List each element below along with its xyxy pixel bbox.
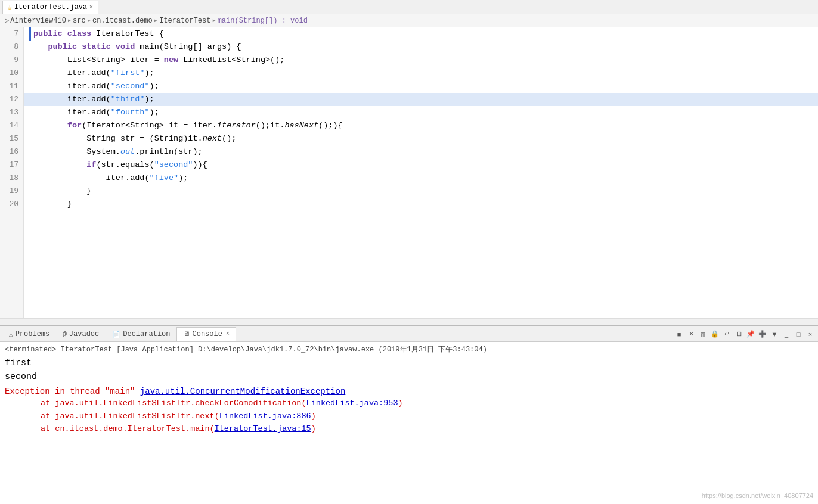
stack-link-3[interactable]: IteratorTest.java:15 xyxy=(215,424,311,433)
exception-classname-link[interactable]: java.util.ConcurrentModificationExceptio… xyxy=(140,387,345,396)
exception-prefix: Exception in thread "main" xyxy=(5,387,140,396)
breadcrumb-project[interactable]: Ainterview410 xyxy=(10,17,66,25)
stack-line-1: at java.util.LinkedList$ListItr.checkFor… xyxy=(5,397,813,410)
javadoc-icon: @ xyxy=(63,331,67,338)
console-output-area: <terminated> IteratorTest [Java Applicat… xyxy=(0,342,818,504)
code-line-8: public static void main(String[] args) { xyxy=(24,41,818,54)
code-line-16: System.out.println(str); xyxy=(24,145,818,158)
line-num-13: 13 xyxy=(2,106,18,119)
code-line-9: List<String> iter = new LinkedList<Strin… xyxy=(24,54,818,67)
minimize-button[interactable]: _ xyxy=(781,329,792,340)
stack-line-2: at java.util.LinkedList$ListItr.next(Lin… xyxy=(5,410,813,423)
line-numbers: 7 8 9 10 11 12 13 14 15 16 17 18 19 20 xyxy=(0,27,24,318)
code-line-10: iter.add("first"); xyxy=(24,67,818,80)
console-terminated-line: <terminated> IteratorTest [Java Applicat… xyxy=(5,344,813,354)
line-num-11: 11 xyxy=(2,80,18,93)
console-icon: 🖥 xyxy=(183,330,190,338)
stack-link-1[interactable]: LinkedList.java:953 xyxy=(306,399,398,407)
code-line-14: for(Iterator<String> it = iter.iterator(… xyxy=(24,119,818,132)
tab-close-button[interactable]: × xyxy=(89,4,93,11)
breadcrumb-src[interactable]: src xyxy=(73,17,86,25)
line-num-12: 12 xyxy=(2,93,18,106)
code-scroll-area[interactable]: 7 8 9 10 11 12 13 14 15 16 17 18 19 20 p… xyxy=(0,27,818,318)
breadcrumb-package[interactable]: cn.itcast.demo xyxy=(92,17,153,25)
tab-console-label: Console xyxy=(192,330,222,338)
scroll-lock-button[interactable]: 🔒 xyxy=(709,329,720,340)
new-console-button[interactable]: ➕ xyxy=(757,329,768,340)
tab-javadoc[interactable]: @ Javadoc xyxy=(56,327,106,341)
close-panel-button[interactable]: × xyxy=(805,329,816,340)
clear-console-button[interactable]: 🗑 xyxy=(698,329,708,340)
view-menu-button[interactable]: ▼ xyxy=(769,329,780,340)
line-num-20: 20 xyxy=(2,198,18,211)
tab-declaration-label: Declaration xyxy=(123,330,170,338)
line-num-17: 17 xyxy=(2,158,18,172)
breadcrumb-class[interactable]: IteratorTest xyxy=(159,17,210,25)
breadcrumb: ▷ Ainterview410 ▸ src ▸ cn.itcast.demo ▸… xyxy=(0,14,818,27)
line-num-8: 8 xyxy=(2,41,18,54)
java-file-icon: ☕ xyxy=(8,4,12,11)
bottom-panel: ⚠ Problems @ Javadoc 📄 Declaration 🖥 Con… xyxy=(0,325,818,504)
editor-tab[interactable]: ☕ IteratorTest.java × xyxy=(2,1,98,14)
code-line-15: String str = (String)it.next(); xyxy=(24,132,818,145)
line-num-14: 14 xyxy=(2,119,18,132)
watermark: https://blog.csdn.net/weixin_40807724 xyxy=(702,492,813,499)
breadcrumb-chevron: ▷ xyxy=(5,16,9,25)
word-wrap-button[interactable]: ↵ xyxy=(721,329,732,340)
code-line-17: if(str.equals("second")){ xyxy=(24,158,818,172)
line-num-15: 15 xyxy=(2,132,18,145)
code-line-7: public class IteratorTest { xyxy=(24,27,818,41)
declaration-icon: 📄 xyxy=(112,331,120,338)
tab-declaration[interactable]: 📄 Declaration xyxy=(106,327,176,341)
code-editor: 7 8 9 10 11 12 13 14 15 16 17 18 19 20 p… xyxy=(0,27,818,325)
stack-line-3: at cn.itcast.demo.IteratorTest.main(Iter… xyxy=(5,422,813,435)
code-line-18: iter.add("five"); xyxy=(24,172,818,185)
console-stdout: first second xyxy=(5,357,813,384)
terminate-button[interactable]: ■ xyxy=(674,329,684,340)
code-line-13: iter.add("fourth"); xyxy=(24,106,818,119)
tab-javadoc-label: Javadoc xyxy=(69,330,99,338)
remove-launches-button[interactable]: ✕ xyxy=(686,329,696,340)
pin-console-button[interactable]: 📌 xyxy=(745,329,756,340)
tab-console[interactable]: 🖥 Console × xyxy=(176,327,236,341)
line-num-16: 16 xyxy=(2,145,18,158)
breadcrumb-method[interactable]: main(String[]) : void xyxy=(218,17,308,25)
line-num-9: 9 xyxy=(2,54,18,67)
console-close-icon[interactable]: × xyxy=(226,331,230,337)
console-exception-block: Exception in thread "main" java.util.Con… xyxy=(5,386,813,435)
line-num-19: 19 xyxy=(2,185,18,198)
line-num-7: 7 xyxy=(2,27,18,41)
code-content[interactable]: public class IteratorTest { public stati… xyxy=(24,27,818,318)
open-console-button[interactable]: ⊞ xyxy=(733,329,744,340)
horizontal-scrollbar[interactable] xyxy=(0,318,818,325)
code-line-12: iter.add("third"); xyxy=(24,93,818,106)
tab-bar: ☕ IteratorTest.java × xyxy=(0,0,818,14)
tab-problems-label: Problems xyxy=(16,330,50,338)
console-line-second: second xyxy=(5,371,813,384)
code-line-20: } xyxy=(24,198,818,211)
panel-tabs: ⚠ Problems @ Javadoc 📄 Declaration 🖥 Con… xyxy=(0,326,818,342)
tab-problems[interactable]: ⚠ Problems xyxy=(2,327,56,341)
panel-actions: ■ ✕ 🗑 🔒 ↵ ⊞ 📌 ➕ ▼ _ □ × xyxy=(674,329,816,340)
code-line-11: iter.add("second"); xyxy=(24,80,818,93)
console-line-first: first xyxy=(5,357,813,371)
maximize-button[interactable]: □ xyxy=(793,329,804,340)
line-num-18: 18 xyxy=(2,172,18,185)
stack-link-2[interactable]: LinkedList.java:886 xyxy=(219,412,311,421)
code-line-19: } xyxy=(24,185,818,198)
tab-label: IteratorTest.java xyxy=(14,3,87,11)
problems-icon: ⚠ xyxy=(9,331,13,338)
line-num-10: 10 xyxy=(2,67,18,80)
